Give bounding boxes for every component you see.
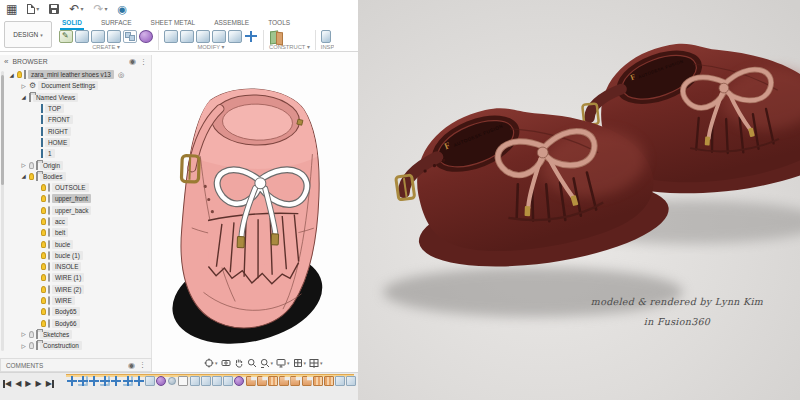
comments-expand-icon[interactable]: ⋮ [139, 361, 146, 369]
browser-node-bodies[interactable]: ◢Bodies [6, 171, 151, 182]
browser-node-body66[interactable]: Body66 [6, 318, 151, 329]
visibility-bulb-icon[interactable] [41, 184, 46, 191]
sweep-icon[interactable] [107, 30, 121, 43]
timeline-feature-move-copy[interactable] [78, 376, 88, 386]
comments-bar[interactable]: COMMENTS ◉ ⋮ [0, 358, 152, 372]
timeline-feature-extrude[interactable] [290, 376, 300, 386]
form-icon[interactable] [139, 30, 153, 43]
visibility-bulb-icon[interactable] [41, 320, 46, 327]
visibility-bulb-icon[interactable] [41, 195, 46, 202]
pipe-icon[interactable] [123, 30, 137, 43]
expand-arrow-icon[interactable]: ▷ [20, 162, 27, 168]
visibility-bulb-icon[interactable] [41, 252, 46, 259]
visibility-bulb-icon[interactable] [41, 308, 46, 315]
measure-icon[interactable] [321, 30, 331, 43]
browser-node-top[interactable]: TOP [6, 103, 151, 114]
timeline-feature-extrude[interactable] [257, 376, 267, 386]
timeline-feature-extrude[interactable] [279, 376, 289, 386]
timeline-feature-doc[interactable] [346, 376, 356, 386]
browser-node-document-settings[interactable]: ▷⚙Document Settings [6, 80, 151, 91]
timeline-feature-doc[interactable] [145, 376, 155, 386]
browser-scrollbar[interactable] [1, 71, 4, 351]
activate-component-icon[interactable]: ◎ [118, 71, 124, 79]
visibility-bulb-icon[interactable] [41, 297, 46, 304]
ribbon-tab-surface[interactable]: SURFACE [99, 18, 134, 28]
app-grid-icon[interactable]: ▦ [6, 3, 17, 15]
timeline-feature-sphere-purple[interactable] [234, 376, 244, 386]
visibility-bulb-icon[interactable] [41, 229, 46, 236]
browser-node-wire-2-[interactable]: WIRE (2) [6, 284, 151, 295]
browser-node-outsole[interactable]: OUTSOLE [6, 182, 151, 193]
plane-icon[interactable] [269, 30, 283, 43]
save-icon[interactable] [49, 4, 59, 14]
collapse-panel-icon[interactable]: « [4, 57, 8, 66]
timeline-feature-doc[interactable] [335, 376, 345, 386]
fillet-icon[interactable] [180, 30, 194, 43]
timeline-feature-extrude-pattern[interactable] [313, 376, 323, 386]
more-options-icon[interactable]: ⋮ [140, 58, 147, 66]
collapse-arrow-icon[interactable]: ◢ [20, 94, 27, 100]
go-to-start-icon[interactable]: ◀ [3, 380, 11, 388]
timeline-feature-extrude-pattern[interactable] [324, 376, 334, 386]
sketch-icon[interactable] [59, 30, 73, 43]
browser-options-icon[interactable]: ◉ [129, 57, 136, 66]
viewport[interactable]: « BROWSER ◉ ⋮ ◢zara_mini leather shoes v… [0, 52, 358, 372]
press-pull-icon[interactable] [164, 30, 178, 43]
timeline-feature-doc[interactable] [212, 376, 222, 386]
browser-node-wire[interactable]: WIRE [6, 295, 151, 306]
browser-node-wire-1-[interactable]: WIRE (1) [6, 272, 151, 283]
collapse-arrow-icon[interactable]: ◢ [20, 173, 27, 179]
revolve-icon[interactable] [91, 30, 105, 43]
timeline-feature-move[interactable] [111, 376, 121, 386]
viewports-icon[interactable]: ▾ [309, 358, 323, 368]
grid-layout-icon[interactable]: ▾ [293, 358, 307, 368]
move-icon[interactable] [244, 30, 258, 43]
browser-node-home[interactable]: HOME [6, 137, 151, 148]
browser-node-1[interactable]: 1 [6, 148, 151, 159]
visibility-bulb-icon[interactable] [17, 71, 22, 78]
timeline-feature-move[interactable] [89, 376, 99, 386]
zoom-window-icon[interactable]: ▾ [260, 358, 274, 368]
visibility-bulb-icon[interactable] [29, 342, 34, 349]
extrude-icon[interactable] [75, 30, 89, 43]
collapse-arrow-icon[interactable]: ◢ [8, 72, 15, 78]
step-back-icon[interactable]: ◀ [15, 380, 21, 388]
ribbon-tab-tools[interactable]: TOOLS [266, 18, 292, 28]
go-to-end-icon[interactable]: ▶ [46, 380, 54, 388]
combine-icon[interactable] [212, 30, 226, 43]
timeline-feature-doc[interactable] [190, 376, 200, 386]
look-at-icon[interactable] [221, 358, 231, 368]
display-settings-icon[interactable]: ▾ [276, 358, 290, 368]
visibility-bulb-icon[interactable] [41, 286, 46, 293]
ribbon-tab-assemble[interactable]: ASSEMBLE [212, 18, 251, 28]
timeline-feature-extrude[interactable] [302, 376, 312, 386]
visibility-bulb-icon[interactable] [41, 274, 46, 281]
visibility-bulb-icon[interactable] [29, 331, 34, 338]
timeline-feature-move[interactable] [134, 376, 144, 386]
timeline-feature-extrude-pattern[interactable] [268, 376, 278, 386]
visibility-bulb-icon[interactable] [29, 162, 34, 169]
timeline-feature-doc[interactable] [201, 376, 211, 386]
browser-node-insole[interactable]: INSOLE [6, 261, 151, 272]
orbit-icon[interactable]: ▾ [204, 358, 218, 368]
offset-face-icon[interactable] [228, 30, 242, 43]
step-forward-icon[interactable]: ▶ [35, 380, 41, 388]
browser-node-belt[interactable]: belt [6, 227, 151, 238]
timeline-feature-sphere-purple[interactable] [156, 376, 166, 386]
expand-arrow-icon[interactable]: ▷ [20, 83, 27, 89]
workspace-selector[interactable]: DESIGN ▾ [4, 21, 52, 48]
timeline-feature-move-copy[interactable] [100, 376, 110, 386]
redo-icon[interactable]: ↷▾ [93, 3, 107, 15]
timeline-feature-box-white[interactable] [178, 376, 188, 386]
browser-node-construction[interactable]: ▷Construction [6, 340, 151, 351]
browser-node-acc[interactable]: acc [6, 216, 151, 227]
visibility-bulb-icon[interactable] [29, 173, 34, 180]
browser-node-front[interactable]: FRONT [6, 114, 151, 125]
visibility-bulb-icon[interactable] [41, 218, 46, 225]
undo-icon[interactable]: ↶▾ [69, 3, 83, 15]
timeline-feature-doc[interactable] [223, 376, 233, 386]
visibility-bulb-icon[interactable] [41, 241, 46, 248]
timeline-feature-extrude[interactable] [246, 376, 256, 386]
comments-settings-icon[interactable]: ◉ [128, 361, 135, 370]
browser-node-zara-mini-leather-shoes-v13[interactable]: ◢zara_mini leather shoes v13◎ [6, 69, 151, 80]
